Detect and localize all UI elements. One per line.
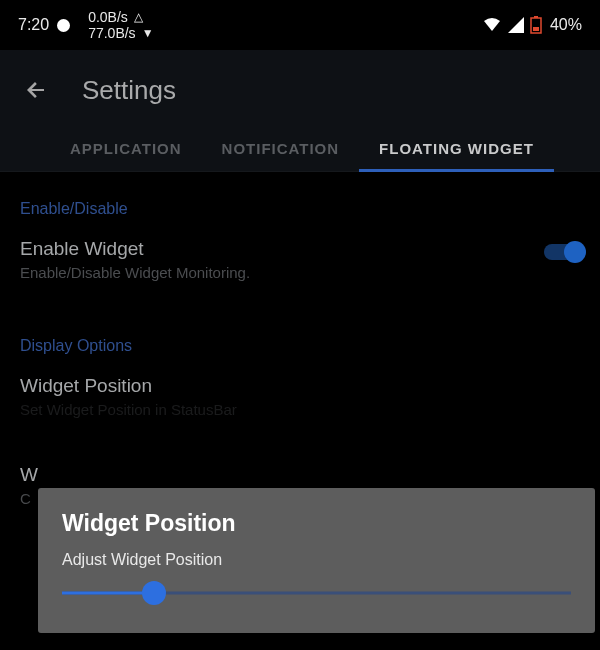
network-speeds: 0.0B/s △ 77.0B/s ▼ <box>88 9 153 41</box>
app-bar: Settings <box>0 50 600 126</box>
dialog-subtitle: Adjust Widget Position <box>62 551 571 569</box>
dialog-title: Widget Position <box>62 510 571 537</box>
upload-icon: △ <box>134 9 143 25</box>
wifi-icon <box>482 17 502 33</box>
setting-subtitle: Enable/Disable Widget Monitoring. <box>20 264 250 281</box>
battery-percentage: 40% <box>550 16 582 34</box>
setting-enable-widget[interactable]: Enable Widget Enable/Disable Widget Moni… <box>0 226 600 297</box>
clock: 7:20 <box>18 16 49 34</box>
download-speed: 77.0B/s <box>88 25 135 41</box>
enable-widget-switch[interactable] <box>544 244 580 260</box>
setting-subtitle: C <box>20 490 38 507</box>
svg-rect-2 <box>533 27 539 31</box>
page-title: Settings <box>82 75 176 106</box>
settings-content: Enable/Disable Enable Widget Enable/Disa… <box>0 172 600 523</box>
status-right: 40% <box>482 16 582 34</box>
app-surface: Settings APPLICATION NOTIFICATION FLOATI… <box>0 50 600 172</box>
status-bar: 7:20 0.0B/s △ 77.0B/s ▼ 40% <box>0 0 600 50</box>
recording-indicator-icon <box>57 19 70 32</box>
back-button[interactable] <box>20 74 52 106</box>
tab-notification[interactable]: NOTIFICATION <box>202 126 360 171</box>
slider-fill <box>62 592 154 595</box>
tab-floating-widget[interactable]: FLOATING WIDGET <box>359 126 554 171</box>
section-display-options: Display Options <box>0 297 600 363</box>
setting-widget-position[interactable]: Widget Position Set Widget Position in S… <box>0 363 600 434</box>
setting-title: Widget Position <box>20 375 237 397</box>
setting-title: W <box>20 464 38 486</box>
download-icon: ▼ <box>142 25 154 41</box>
status-left: 7:20 0.0B/s △ 77.0B/s ▼ <box>18 9 482 41</box>
setting-subtitle: Set Widget Position in StatusBar <box>20 401 237 418</box>
position-slider[interactable] <box>62 583 571 603</box>
tab-application[interactable]: APPLICATION <box>50 126 202 171</box>
cellular-signal-icon <box>508 17 524 33</box>
section-enable-disable: Enable/Disable <box>0 172 600 226</box>
upload-speed: 0.0B/s <box>88 9 128 25</box>
tab-bar: APPLICATION NOTIFICATION FLOATING WIDGET <box>0 126 600 172</box>
slider-thumb[interactable] <box>142 581 166 605</box>
widget-position-dialog: Widget Position Adjust Widget Position <box>38 488 595 633</box>
setting-title: Enable Widget <box>20 238 250 260</box>
battery-icon <box>530 16 542 34</box>
